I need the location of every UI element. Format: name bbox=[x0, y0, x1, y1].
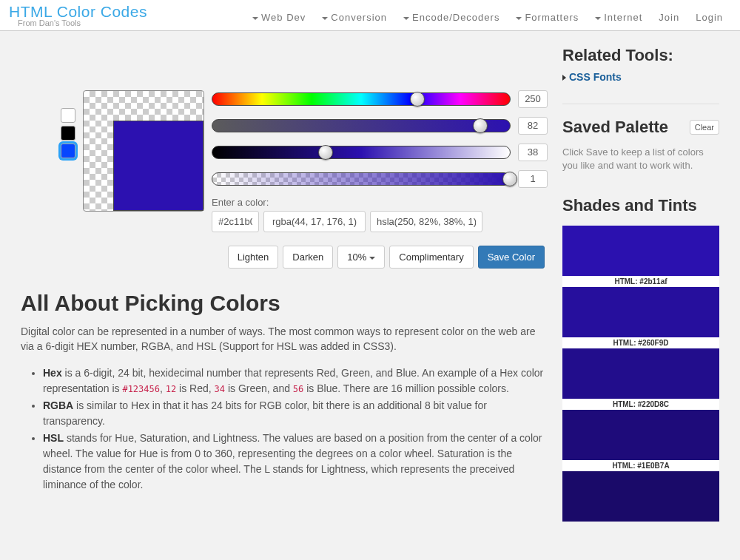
caret-down-icon bbox=[252, 17, 258, 20]
shade-block[interactable] bbox=[562, 226, 719, 276]
color-preview bbox=[83, 90, 204, 212]
nav-formatters[interactable]: Formatters bbox=[508, 7, 587, 27]
enter-color-label: Enter a color: bbox=[212, 197, 548, 208]
topbar: HTML Color Codes From Dan's Tools Web De… bbox=[0, 0, 740, 31]
alpha-slider[interactable] bbox=[212, 172, 511, 186]
shade-block[interactable] bbox=[562, 471, 719, 522]
swatch-white[interactable] bbox=[61, 108, 75, 123]
caret-down-icon bbox=[322, 17, 328, 20]
rgba-input[interactable] bbox=[263, 211, 366, 232]
saturation-slider[interactable] bbox=[212, 119, 511, 132]
shade-label: HTML: #260F9D bbox=[562, 337, 719, 348]
hue-value[interactable]: 250 bbox=[518, 90, 548, 108]
nav-encoders[interactable]: Encode/Decoders bbox=[395, 7, 508, 27]
saturation-slider-row: 82 bbox=[212, 117, 548, 135]
sliders: 250 82 38 1 bbox=[212, 90, 548, 232]
saved-palette-header: Saved Palette Clear bbox=[562, 118, 719, 137]
saturation-thumb[interactable] bbox=[473, 118, 488, 133]
left-column: 250 82 38 1 bbox=[21, 90, 548, 522]
shade-block[interactable] bbox=[562, 287, 719, 337]
hsl-bullet: HSL stands for Hue, Saturation, and Ligh… bbox=[43, 431, 548, 493]
percent-dropdown[interactable]: 10% bbox=[337, 246, 385, 269]
clear-button[interactable]: Clear bbox=[690, 120, 719, 135]
complimentary-button[interactable]: Complimentary bbox=[389, 246, 473, 269]
hex-bullet: Hex is a 6-digit, 24 bit, hexidecimal nu… bbox=[43, 365, 548, 397]
right-column: Related Tools: CSS Fonts Saved Palette C… bbox=[562, 46, 719, 522]
lightness-thumb[interactable] bbox=[318, 145, 333, 160]
lightness-value[interactable]: 38 bbox=[518, 144, 548, 161]
caret-down-icon bbox=[403, 17, 409, 20]
caret-down-icon bbox=[369, 257, 375, 260]
chevron-right-icon bbox=[562, 75, 566, 81]
shade-block[interactable] bbox=[562, 348, 719, 399]
lightness-slider-row: 38 bbox=[212, 144, 548, 161]
page-heading: All About Picking Colors bbox=[21, 291, 548, 316]
swatch-active[interactable] bbox=[61, 144, 75, 158]
swatch-black[interactable] bbox=[61, 126, 75, 141]
button-row: Lighten Darken 10% Complimentary Save Co… bbox=[61, 246, 545, 269]
hue-slider-row: 250 bbox=[212, 90, 548, 108]
related-tools-title: Related Tools: bbox=[562, 46, 719, 65]
hue-slider[interactable] bbox=[212, 92, 511, 106]
darken-button[interactable]: Darken bbox=[283, 246, 333, 269]
related-link-css-fonts[interactable]: CSS Fonts bbox=[569, 71, 622, 83]
intro-paragraph: Digital color can be represented in a nu… bbox=[21, 325, 548, 354]
alpha-thumb[interactable] bbox=[502, 172, 517, 186]
color-input-row bbox=[212, 211, 548, 232]
saturation-value[interactable]: 82 bbox=[518, 117, 548, 135]
nav-web-dev[interactable]: Web Dev bbox=[244, 7, 314, 27]
color-picker: 250 82 38 1 bbox=[61, 90, 548, 232]
nav-login[interactable]: Login bbox=[687, 7, 731, 27]
saved-hint: Click Save to keep a list of colors you … bbox=[562, 146, 719, 172]
main-nav: Web Dev Conversion Encode/Decoders Forma… bbox=[244, 3, 731, 27]
related-link-row: CSS Fonts bbox=[562, 71, 719, 83]
swatch-column bbox=[61, 90, 75, 232]
hue-thumb[interactable] bbox=[410, 92, 425, 107]
lightness-slider[interactable] bbox=[212, 146, 511, 159]
hex-input[interactable] bbox=[212, 211, 259, 232]
shade-label: HTML: #220D8C bbox=[562, 399, 719, 410]
shades-title: Shades and Tints bbox=[562, 196, 719, 215]
caret-down-icon bbox=[516, 17, 522, 20]
shade-label: HTML: #2b11af bbox=[562, 276, 719, 287]
brand: HTML Color Codes From Dan's Tools bbox=[9, 3, 147, 30]
lighten-button[interactable]: Lighten bbox=[228, 246, 279, 269]
nav-conversion[interactable]: Conversion bbox=[314, 7, 395, 27]
saved-palette-title: Saved Palette bbox=[562, 118, 668, 137]
save-color-button[interactable]: Save Color bbox=[478, 246, 545, 269]
rgba-bullet: RGBA is similar to Hex in that it has 24… bbox=[43, 398, 548, 429]
nav-internet[interactable]: Internet bbox=[587, 7, 650, 27]
shades-list: HTML: #2b11af HTML: #260F9D HTML: #220D8… bbox=[562, 226, 719, 522]
nav-join[interactable]: Join bbox=[650, 7, 687, 27]
caret-down-icon bbox=[595, 17, 601, 20]
alpha-value[interactable]: 1 bbox=[518, 170, 548, 188]
hsla-input[interactable] bbox=[370, 211, 482, 232]
color-preview-inner bbox=[113, 121, 204, 211]
alpha-slider-row: 1 bbox=[212, 170, 548, 188]
bullet-list: Hex is a 6-digit, 24 bit, hexidecimal nu… bbox=[43, 365, 548, 493]
brand-title[interactable]: HTML Color Codes bbox=[9, 3, 147, 20]
divider bbox=[562, 104, 719, 104]
shade-block[interactable] bbox=[562, 410, 719, 460]
shade-label: HTML: #1E0B7A bbox=[562, 460, 719, 471]
